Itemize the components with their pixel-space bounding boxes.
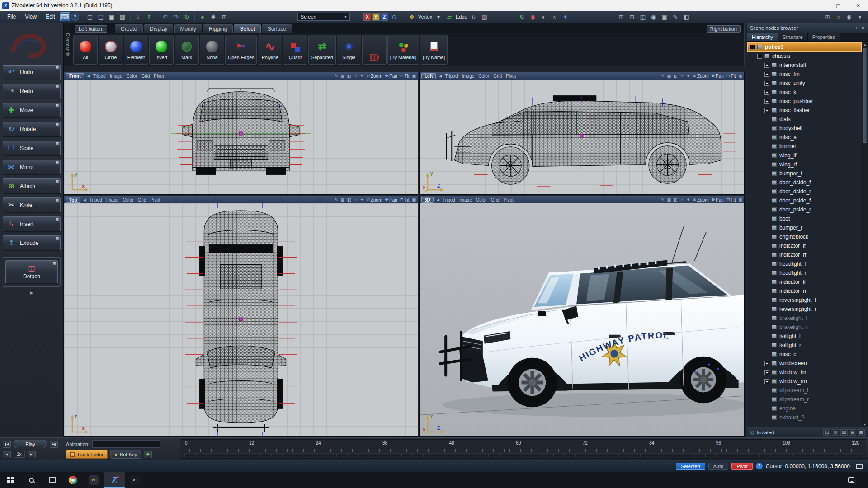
tool-button[interactable]: Undo — [3, 65, 61, 80]
select-mode-button[interactable]: [By Material] — [387, 35, 419, 65]
sort-view-icon[interactable]: ▩ — [858, 429, 865, 436]
tool-button[interactable]: Knife — [3, 197, 61, 213]
tree-node[interactable]: chassis — [747, 52, 862, 61]
viewport-top-canvas[interactable]: z x — [64, 203, 418, 436]
tree-node[interactable]: misc_unity — [747, 79, 862, 88]
vertex-dropdown-icon[interactable]: ▾ — [434, 12, 443, 21]
panel-tab[interactable]: Properties — [808, 33, 840, 41]
material-sphere-icon[interactable]: ● — [198, 12, 208, 21]
menu-color[interactable]: Color — [126, 74, 137, 79]
axis-y-button[interactable]: Y — [372, 13, 380, 21]
tree-node[interactable]: taillight_l — [747, 332, 862, 341]
tree-node[interactable]: dials — [747, 115, 862, 124]
menu-tripod[interactable]: Tripod — [443, 197, 455, 202]
grid-icon[interactable]: ▦ — [667, 74, 671, 78]
auto-mode-badge[interactable]: Auto — [708, 463, 729, 470]
select-mode-button[interactable]: None — [200, 35, 224, 65]
tree-node[interactable]: reversinglight_l — [747, 296, 862, 305]
action-center-button[interactable] — [841, 472, 862, 488]
pencil-icon[interactable]: ✎ — [661, 74, 665, 78]
viewport-3d-canvas[interactable]: HIGHWAY PATROL Y Z X — [420, 203, 744, 436]
tree-scrollbar[interactable]: ▲ ▼ — [862, 42, 868, 427]
go-start-button[interactable]: ▮◀ — [3, 441, 11, 448]
taskbar-terminal-button[interactable]: >_ — [125, 472, 146, 488]
tree-node[interactable]: indicator_lr — [747, 277, 862, 286]
tree-node[interactable]: indicator_lf — [747, 241, 862, 250]
tree-node[interactable]: bodyshell — [747, 124, 862, 133]
play-button[interactable]: Play — [14, 440, 47, 448]
taskbar-chrome-button[interactable] — [62, 472, 83, 488]
pan-button[interactable]: ✥Pan — [385, 197, 397, 202]
menu-grid[interactable]: Grid — [141, 74, 150, 79]
tree-node[interactable]: wing_lf — [747, 151, 862, 160]
tree-node[interactable]: wing_rf — [747, 160, 862, 169]
new-file-icon[interactable]: ▢ — [85, 12, 95, 21]
shade-mode-icon[interactable]: ◐ — [539, 12, 549, 21]
open-file-icon[interactable]: ▤ — [96, 12, 106, 21]
tree-node[interactable]: indicator_rr — [747, 286, 862, 296]
refresh-icon[interactable]: ↻ — [182, 12, 192, 21]
undo-icon[interactable]: ↶ — [160, 12, 170, 21]
tree-node[interactable]: exhaust_2 — [747, 413, 862, 422]
select-mode-button[interactable]: [By Name] — [420, 35, 448, 65]
half-shade-icon[interactable]: ◧ — [681, 12, 691, 21]
start-button[interactable] — [0, 472, 21, 488]
viewport-name-button[interactable]: Top — [66, 197, 80, 203]
star-icon[interactable]: ✦ — [687, 197, 690, 202]
star-icon[interactable]: ✦ — [360, 74, 364, 78]
menu-grid[interactable]: Grid — [137, 197, 146, 202]
pan-button[interactable]: ✥Pan — [711, 197, 723, 202]
magnet-icon[interactable]: ∪ — [469, 12, 479, 21]
edge-mode-icon[interactable]: ▱ — [444, 12, 454, 21]
fit-button[interactable]: ⊡Fit — [726, 74, 736, 79]
tree-node[interactable]: interiorstuff — [747, 61, 862, 70]
vertex-mode-icon[interactable]: ❖ — [407, 12, 417, 21]
list-view-icon[interactable]: ▤ — [823, 429, 830, 436]
vertex-mode-label[interactable]: Vertex — [418, 14, 432, 19]
redo-icon[interactable]: ↷ — [171, 12, 181, 21]
cursor-help-icon[interactable]: ? — [756, 463, 763, 469]
filter-view-icon[interactable]: ▧ — [849, 429, 856, 436]
select-mode-button[interactable]: Circle — [99, 35, 123, 65]
tree-expander-icon[interactable] — [764, 72, 769, 77]
select-mode-button[interactable]: Quadr — [283, 35, 307, 65]
tree-node[interactable]: door_dside_r — [747, 187, 862, 196]
tree-expander-icon[interactable] — [764, 90, 769, 95]
pencil-icon[interactable]: ✎ — [335, 197, 338, 202]
save-all-icon[interactable]: ▦ — [118, 12, 127, 21]
tool-button[interactable]: Insert — [3, 216, 61, 232]
fit-button[interactable]: ⊡Fit — [400, 74, 410, 79]
extra-camera-icon[interactable]: ◉ — [844, 12, 854, 21]
tree-node[interactable]: misc_k — [747, 88, 862, 97]
tree-node[interactable]: engine — [747, 404, 862, 413]
ribbon-tab[interactable]: Surface — [262, 24, 292, 33]
menu-pivot[interactable]: Pivot — [504, 197, 514, 202]
menu-pivot[interactable]: Pivot — [154, 74, 164, 79]
ruler-track[interactable] — [184, 453, 862, 457]
viewport-left-canvas[interactable]: Y Z X — [420, 80, 744, 194]
tree-node[interactable]: door_pside_f — [747, 196, 862, 205]
tool-button[interactable]: Move — [3, 103, 61, 118]
zoom-button[interactable]: ⊕Zoom — [693, 74, 708, 79]
tree-expander-icon[interactable] — [764, 81, 769, 86]
close-button[interactable]: ✕ — [848, 0, 868, 11]
grid-toggle-icon[interactable]: ⊞ — [219, 12, 229, 21]
tool-button[interactable]: Extrude — [3, 235, 61, 251]
pin-icon[interactable]: ⊡ — [856, 26, 859, 30]
menu-color[interactable]: Color — [476, 197, 487, 202]
ribbon-tab[interactable]: Rigging — [203, 24, 233, 33]
menu-image[interactable]: Image — [106, 197, 119, 202]
menu-color[interactable]: Color — [478, 74, 489, 79]
tree-expander-icon[interactable] — [764, 99, 769, 104]
timeline-ruler[interactable]: 01224364860728496108120 — [180, 439, 866, 459]
uv-grid-icon[interactable]: ▦ — [480, 12, 490, 21]
fit-button[interactable]: ⊡Fit — [400, 197, 410, 202]
snap-icon[interactable]: ⊙ — [389, 12, 399, 21]
menu-edit[interactable]: Edit — [41, 14, 60, 20]
layout-single-icon[interactable]: ⊟ — [627, 12, 637, 21]
select-mode-button[interactable]: Single — [337, 35, 361, 65]
tree-node[interactable]: misc_pushbar — [747, 97, 862, 106]
star-icon[interactable]: ✦ — [561, 12, 571, 21]
tree-expander-icon[interactable] — [764, 361, 769, 366]
message-bubble-icon[interactable] — [856, 464, 863, 469]
